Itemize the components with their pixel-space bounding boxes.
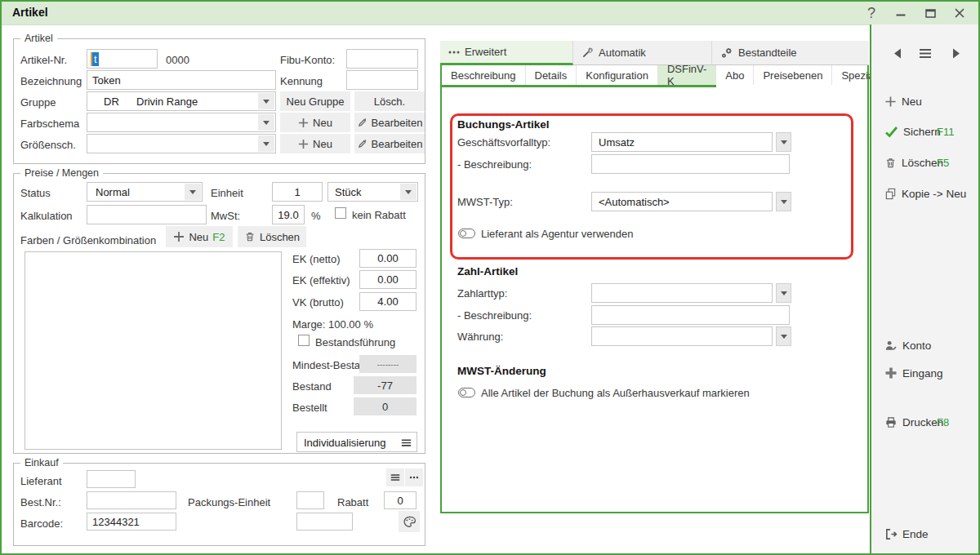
subtab-beschreibung[interactable]: Beschreibung [442, 65, 526, 85]
agentur-toggle-switch[interactable] [458, 229, 475, 238]
loeschen-button[interactable]: Löschen F5 [884, 155, 943, 170]
einheit-label: Einheit [211, 187, 243, 199]
dropdown-arrow-icon[interactable] [258, 93, 274, 109]
neu-button[interactable]: Neu [884, 94, 922, 109]
close-icon[interactable] [951, 4, 969, 22]
gruppe-dropdown[interactable]: DR Drivin Range [87, 91, 276, 111]
status-label: Status [20, 187, 51, 199]
artikel-nr-suffix: 0000 [166, 54, 189, 66]
kein-rabatt-checkbox[interactable] [335, 207, 346, 219]
dropdown-arrow-icon[interactable] [776, 192, 791, 211]
ek-effektiv-input[interactable] [359, 270, 416, 289]
subtab-abo[interactable]: Abo [716, 65, 754, 85]
buchungs-beschreibung-input[interactable] [591, 154, 790, 174]
dropdown-arrow-icon[interactable] [185, 184, 201, 200]
mindest-bestand-field[interactable]: -------- [359, 355, 416, 373]
zahl-beschreibung-input[interactable] [591, 305, 790, 325]
minimize-icon[interactable] [892, 4, 910, 22]
help-icon[interactable]: ? [862, 4, 880, 22]
magic-wand-icon [581, 47, 594, 59]
tab-bestandteile[interactable]: Bestandteile [712, 41, 869, 65]
menu-icon [390, 472, 401, 483]
artikel-legend: Artikel [20, 33, 57, 44]
tab-automatik[interactable]: Automatik [573, 41, 712, 65]
palette-button[interactable] [399, 511, 420, 532]
dropdown-arrow-icon[interactable] [258, 135, 274, 152]
dropdown-arrow-icon[interactable] [258, 114, 274, 131]
pencil-icon [357, 118, 368, 128]
neu-gruppe-button[interactable]: Neu Gruppe [280, 91, 350, 111]
title-bar: Artikel ? [2, 2, 978, 25]
groessensch-dropdown[interactable] [87, 134, 276, 153]
subtab-dsfinvk[interactable]: DSFinV-K [658, 65, 716, 85]
kombination-loeschen-button[interactable]: Löschen [238, 226, 306, 247]
fibu-konto-input[interactable] [346, 49, 418, 69]
subtab-konfiguration[interactable]: Konfiguration [577, 65, 658, 85]
packungs-einheit-label: Packungs-Einheit [188, 496, 270, 508]
kennung-input[interactable] [346, 70, 418, 90]
farben-groessen-listbox[interactable] [24, 251, 282, 450]
next-record-icon[interactable] [950, 47, 963, 60]
konto-button[interactable]: Konto [884, 338, 931, 353]
subtab-details[interactable]: Details [526, 65, 577, 85]
farbschema-bearbeiten-button[interactable]: Bearbeiten [354, 113, 425, 132]
selected-text: t [92, 52, 99, 66]
dropdown-arrow-icon[interactable] [776, 283, 791, 303]
geschaeftsvorfalltyp-dropdown[interactable]: Umsatz [591, 132, 773, 152]
zahlarttyp-dropdown[interactable] [591, 283, 773, 303]
lieferant-more-button[interactable] [405, 468, 423, 486]
maximize-icon[interactable] [921, 4, 939, 22]
einheit-input[interactable] [272, 182, 323, 202]
bestandsfuehrung-checkbox[interactable] [298, 335, 310, 346]
eingang-button[interactable]: Eingang [884, 366, 943, 380]
vk-brutto-input[interactable] [359, 292, 416, 311]
mwst-label: MwSt: [211, 210, 240, 222]
waehrung-dropdown[interactable] [591, 326, 773, 346]
dropdown-arrow-icon[interactable] [776, 132, 791, 152]
dropdown-arrow-icon[interactable] [400, 184, 416, 200]
record-list-icon[interactable] [919, 47, 932, 60]
barcode-input[interactable] [87, 513, 176, 531]
lieferant-input[interactable] [87, 470, 136, 488]
individualisierung-button[interactable]: Individualisierung [296, 432, 417, 452]
artikel-nr-input[interactable]: t [87, 49, 158, 69]
einkauf-extra-input[interactable] [296, 513, 353, 531]
groessensch-label: Größensch. [20, 139, 76, 151]
kombination-neu-button[interactable]: Neu F2 [166, 226, 233, 247]
lieferant-menu-button[interactable] [386, 468, 404, 486]
kalkulation-input[interactable] [87, 205, 207, 224]
packungs-einheit-input[interactable] [296, 491, 324, 509]
bezeichnung-input[interactable] [87, 70, 276, 90]
artikel-nr-label: Artikel-Nr. [20, 54, 67, 66]
sichern-button[interactable]: Sichern F11 [884, 124, 941, 139]
plus-icon [298, 139, 309, 149]
mwst-typ-label: MWST-Typ: [457, 196, 513, 208]
vk-brutto-label: VK (brutto) [292, 296, 344, 309]
rabatt-input[interactable] [384, 491, 416, 509]
plus-icon [298, 118, 309, 128]
menu-icon [400, 437, 412, 449]
best-nr-input[interactable] [87, 491, 176, 509]
drucken-button[interactable]: Drucken F8 [884, 415, 943, 429]
subtab-preisebenen[interactable]: Preisebenen [754, 65, 832, 85]
ende-button[interactable]: Ende [884, 526, 929, 541]
einheit-unit-dropdown[interactable]: Stück [327, 182, 418, 202]
ek-netto-input[interactable] [359, 249, 416, 268]
status-dropdown[interactable]: Normal [87, 182, 203, 202]
loesch-gruppe-button[interactable]: Lösch. [354, 91, 425, 111]
preise-mengen-groupbox: Preise / Mengen Status Normal Einheit St… [13, 173, 425, 454]
groessensch-neu-button[interactable]: Neu [280, 134, 350, 153]
kopie-neu-button[interactable]: Kopie -> Neu [884, 186, 966, 201]
dropdown-arrow-icon[interactable] [776, 326, 791, 346]
farbschema-neu-button[interactable]: Neu [280, 113, 350, 132]
bestandsfuehrung-label: Bestandsführung [315, 336, 395, 349]
mwst-typ-dropdown[interactable]: <Automatisch> [591, 192, 773, 211]
ausserhaus-toggle-switch[interactable] [458, 388, 475, 397]
prev-record-icon[interactable] [891, 47, 904, 60]
dsfinvk-content: Buchungs-Artikel Geschäftsvorfalltyp: Um… [442, 87, 867, 512]
farbschema-dropdown[interactable] [87, 113, 276, 132]
mwst-input[interactable] [272, 205, 305, 224]
tab-erweitert[interactable]: Erweitert [440, 41, 573, 65]
groessensch-bearbeiten-button[interactable]: Bearbeiten [354, 134, 425, 153]
erweitert-pane: Beschreibung Details Konfiguration DSFin… [440, 65, 869, 513]
